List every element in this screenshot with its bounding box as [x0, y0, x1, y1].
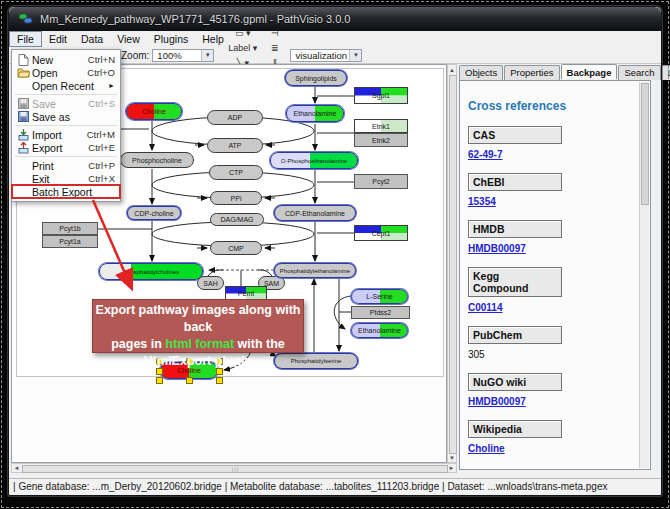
pathway-node-adp[interactable]: ADP [207, 110, 263, 125]
xref-link[interactable]: Choline [468, 443, 636, 454]
pathway-node-phosphatidylethanolamine[interactable]: Phosphatidylethanolamine [274, 263, 356, 278]
selection-handle[interactable] [186, 377, 193, 384]
tab-objects[interactable]: Objects [459, 65, 503, 80]
annotation-callout: Export pathway images along with back pa… [92, 299, 304, 353]
node-label: O-Phosphoethanolamine [281, 158, 347, 164]
pathway-node-cept1[interactable]: Cept1 [354, 225, 408, 241]
pathway-node-o-phosphoethanolamine[interactable]: O-Phosphoethanolamine [270, 152, 358, 169]
pathway-node-sphingolipids[interactable]: Sphingolipids [285, 70, 347, 86]
pathway-node-phosphatidylcholines[interactable]: Phosphatidylcholines [99, 263, 203, 280]
pathway-node-pcyt1a[interactable]: Pcyt1a [42, 235, 98, 248]
chevron-down-icon[interactable]: ▼ [201, 50, 213, 61]
title-bar[interactable]: Mm_Kennedy_pathway_WP1771_45176.gpml - P… [9, 7, 661, 31]
selection-handle[interactable] [156, 377, 163, 384]
expression-data-heading: Expression data [464, 469, 636, 470]
pathvisio-window: Mm_Kennedy_pathway_WP1771_45176.gpml - P… [8, 6, 662, 496]
xref-link[interactable]: C00114 [468, 302, 636, 313]
pathway-node-ctp[interactable]: CTP [209, 165, 263, 180]
menubar-item-view[interactable]: View [110, 32, 147, 46]
side-panel: ObjectsPropertiesBackpageSearchLegend Cr… [459, 65, 653, 471]
status-bar: | Gene database: ...m_Derby_20120602.bri… [9, 478, 661, 494]
menu-item-new[interactable]: NewCtrl+N [12, 53, 120, 66]
callout-line3: HtmlExport plugin [93, 353, 303, 370]
xref-link[interactable]: 15354 [468, 196, 636, 207]
pathway-node-ppi[interactable]: PPi [210, 191, 262, 205]
node-label: ADP [228, 114, 242, 121]
menu-item-import[interactable]: ImportCtrl+M [12, 128, 120, 141]
align-middle-button[interactable]: ⊣ [266, 25, 283, 40]
pathway-node-cmp[interactable]: CMP [210, 241, 262, 255]
menu-item-save-as[interactable]: Save as [12, 110, 120, 123]
menu-separator [15, 94, 117, 95]
menubar-item-data[interactable]: Data [74, 32, 110, 46]
node-label: Phosphocholine [132, 157, 182, 164]
node-label: CTP [229, 169, 243, 176]
menu-item-exit[interactable]: ExitCtrl+X [12, 172, 120, 185]
save-icon [15, 98, 32, 109]
tab-backpage[interactable]: Backpage [561, 64, 618, 79]
callout-line1: Export pathway images along with back [93, 302, 303, 336]
node-label: Choline [142, 108, 166, 115]
xref-link[interactable]: HMDB00097 [468, 396, 636, 407]
node-label: Ethanolamine [294, 110, 337, 117]
callout-line2: pages in html format with the [93, 336, 303, 353]
pathway-node-l-serine[interactable]: L-Serine [351, 289, 408, 304]
app-icon [19, 10, 33, 28]
datanode-tool-button[interactable]: ▭ ▾ [227, 25, 258, 40]
tab-properties[interactable]: Properties [504, 65, 559, 80]
zoom-combobox[interactable]: 100% ▼ [152, 49, 214, 62]
xref-section-title: NuGO wiki [468, 373, 562, 391]
pathway-node-ethanolamine-top[interactable]: Ethanolamine [286, 105, 344, 122]
node-label: Sphingolipids [295, 75, 337, 82]
menu-item-open[interactable]: OpenCtrl+O [12, 66, 120, 79]
horizontal-scrollbar[interactable]: ◄ ∣∣∣ ► [11, 463, 457, 473]
pathway-node-atp[interactable]: ATP [207, 138, 263, 153]
xref-link[interactable]: HMDB00097 [468, 243, 636, 254]
import-icon [15, 129, 32, 141]
pathway-node-ptdss2[interactable]: Ptdss2 [351, 306, 410, 319]
panel-scrollbar[interactable] [639, 82, 649, 468]
pathway-node-cdp-choline[interactable]: CDP-choline [127, 206, 181, 220]
menubar-item-plugins[interactable]: Plugins [147, 32, 195, 46]
menu-item-print[interactable]: PrintCtrl+P [12, 159, 120, 172]
distribute-horizontal-button[interactable]: ≣ [266, 40, 283, 55]
menu-bar: FileEditDataViewPluginsHelp [9, 31, 661, 48]
label-tool-button[interactable]: Label ▾ [227, 40, 258, 55]
status-text: | Gene database: ...m_Derby_20120602.bri… [13, 481, 607, 492]
menubar-item-file[interactable]: File [9, 31, 42, 47]
node-label: Ethanolamine [358, 327, 401, 334]
pathway-node-etnk1[interactable]: Etnk1 [354, 119, 408, 133]
xref-section-cas: CAS62-49-7 [468, 126, 636, 160]
xref-section-title: Wikipedia [468, 420, 562, 438]
tab-legend[interactable]: Legend [662, 65, 670, 80]
align-center-button[interactable]: ⊥ [266, 10, 283, 25]
pathway-node-ethanolamine-bottom[interactable]: Ethanolamine [351, 323, 408, 338]
pathway-node-sgpl1[interactable]: Sgpl1 [354, 87, 408, 104]
backpage-panel: Cross references CAS62-49-7ChEBI15354HMD… [459, 80, 651, 470]
tab-search[interactable]: Search [618, 65, 660, 80]
pathway-node-pcyt1b[interactable]: Pcyt1b [42, 222, 98, 235]
side-panel-tabs: ObjectsPropertiesBackpageSearchLegend [459, 65, 653, 80]
xref-section-title: CAS [468, 126, 562, 144]
pathway-node-cdp-ethanolamine[interactable]: CDP-Ethanolamine [274, 205, 356, 221]
menu-item-open-recent[interactable]: Open Recent► [12, 79, 120, 92]
menu-item-save[interactable]: SaveCtrl+S [12, 97, 120, 110]
selection-handle[interactable] [216, 377, 223, 384]
pathway-node-choline-top[interactable]: Choline [126, 103, 182, 120]
menubar-item-edit[interactable]: Edit [42, 32, 74, 46]
visualization-combobox[interactable]: visualization ▼ [290, 49, 362, 62]
xref-section-chebi: ChEBI15354 [468, 173, 636, 207]
menu-item-export[interactable]: ExportCtrl+E [12, 141, 120, 154]
vertical-scrollbar[interactable]: ▲ ▼ [447, 64, 457, 463]
menu-item-batch-export[interactable]: Batch Export [12, 185, 120, 198]
menu-separator [15, 156, 117, 157]
xref-section-kegg-compound: Kegg CompoundC00114 [468, 267, 636, 313]
chevron-down-icon[interactable]: ▼ [349, 50, 361, 61]
zoom-value: 100% [157, 50, 181, 61]
xref-link[interactable]: 62-49-7 [468, 149, 636, 160]
pathway-node-dag-mag[interactable]: DAG/MAG [210, 213, 264, 226]
pathway-node-sah[interactable]: SAH [197, 276, 224, 290]
pathway-node-pcyt2[interactable]: Pcyt2 [354, 174, 408, 189]
pathway-node-etnk2[interactable]: Etnk2 [354, 133, 408, 147]
pathway-node-phosphocholine[interactable]: Phosphocholine [120, 152, 194, 168]
